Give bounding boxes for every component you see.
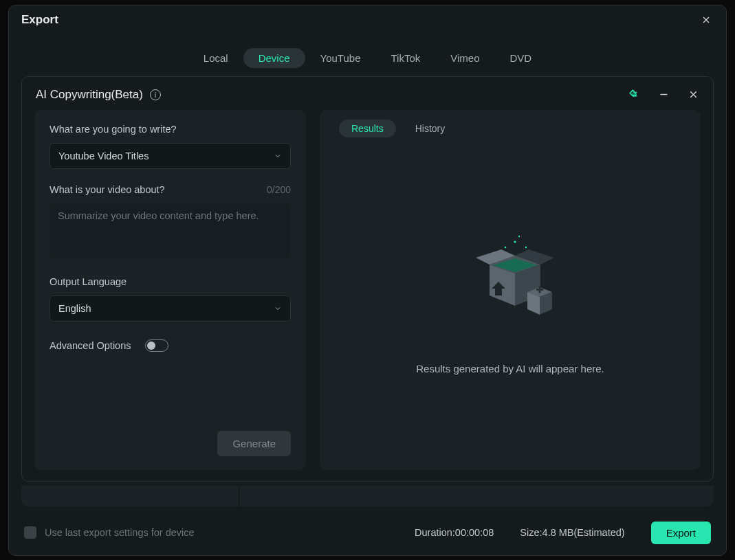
pin-icon	[628, 89, 640, 100]
svg-rect-15	[539, 287, 541, 293]
svg-point-1	[525, 247, 527, 249]
advanced-options-label: Advanced Options	[50, 340, 131, 351]
svg-point-0	[514, 240, 516, 243]
tab-tiktok[interactable]: TikTok	[375, 48, 435, 68]
chevron-down-icon	[274, 304, 282, 313]
tab-local[interactable]: Local	[188, 48, 243, 68]
duration-info: Duration:00:00:08	[415, 527, 494, 538]
video-about-label: What is your video about?	[50, 184, 165, 195]
panel-title: AI Copywriting(Beta)	[36, 88, 143, 102]
results-empty-message: Results generated by AI will appear here…	[416, 363, 604, 374]
minimize-button[interactable]	[658, 89, 670, 100]
tab-device[interactable]: Device	[243, 48, 305, 68]
export-button[interactable]: Export	[651, 522, 711, 544]
info-icon[interactable]: i	[150, 89, 161, 100]
tab-youtube[interactable]: YouTube	[305, 48, 376, 68]
panel-header: AI Copywriting(Beta) i	[34, 85, 701, 110]
svg-point-3	[518, 236, 520, 237]
use-last-settings-label: Use last export settings for device	[45, 527, 195, 538]
tab-dvd[interactable]: DVD	[495, 48, 547, 68]
write-type-label: What are you going to write?	[50, 124, 291, 135]
chevron-down-icon	[274, 152, 282, 160]
close-icon	[701, 14, 712, 25]
svg-point-2	[505, 247, 507, 249]
settings-strip	[21, 486, 714, 506]
form-column: What are you going to write? Youtube Vid…	[34, 110, 306, 470]
write-type-value: Youtube Video Titles	[58, 150, 149, 161]
empty-box-icon	[452, 227, 569, 344]
video-about-input[interactable]	[50, 203, 291, 258]
language-label: Output Language	[50, 276, 291, 287]
generate-button[interactable]: Generate	[217, 431, 291, 456]
panel-close-button[interactable]	[688, 89, 699, 100]
results-column: Results History	[320, 110, 701, 470]
size-info: Size:4.8 MB(Estimated)	[520, 527, 624, 538]
export-tabs: Local Device YouTube TikTok Vimeo DVD	[9, 48, 726, 68]
subtab-history[interactable]: History	[413, 120, 448, 137]
export-modal: Export Local Device YouTube TikTok Vimeo…	[8, 5, 727, 556]
char-counter: 0/200	[267, 184, 291, 195]
results-tabs: Results History	[335, 120, 685, 137]
ai-copywriting-panel: AI Copywriting(Beta) i What are you goin…	[21, 76, 714, 482]
language-value: English	[58, 303, 91, 314]
modal-close-button[interactable]	[699, 12, 714, 27]
advanced-options-toggle[interactable]	[145, 339, 168, 352]
pin-button[interactable]	[628, 89, 640, 100]
use-last-settings-checkbox[interactable]	[24, 526, 36, 539]
close-icon	[688, 89, 699, 100]
minimize-icon	[658, 89, 670, 100]
modal-title: Export	[21, 13, 58, 27]
language-select[interactable]: English	[50, 295, 291, 322]
modal-footer: Use last export settings for device Dura…	[9, 511, 726, 555]
write-type-select[interactable]: Youtube Video Titles	[50, 143, 291, 169]
subtab-results[interactable]: Results	[339, 120, 396, 137]
tab-vimeo[interactable]: Vimeo	[435, 48, 494, 68]
modal-header: Export	[9, 5, 726, 33]
